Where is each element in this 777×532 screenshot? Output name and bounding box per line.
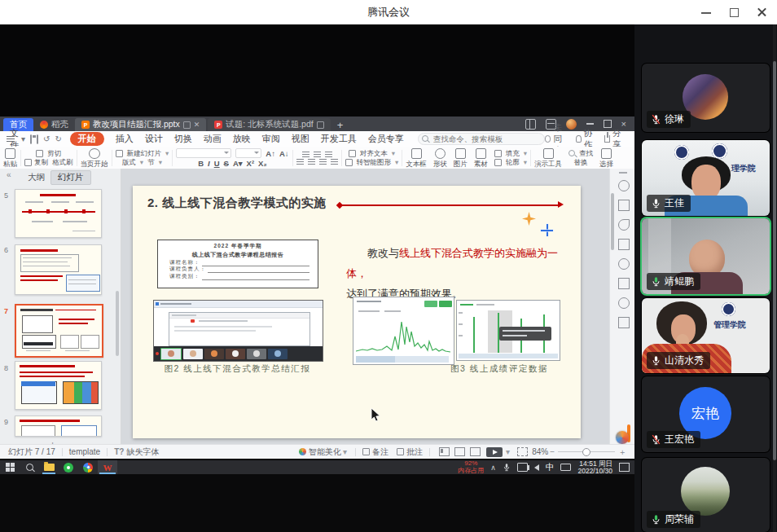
panel-star-icon[interactable] (618, 219, 630, 231)
memory-usage[interactable]: 92% 内存占用 (458, 460, 484, 474)
shrink-font-button[interactable]: A↓ (279, 150, 289, 157)
assistant-avatar-icon[interactable] (616, 431, 629, 444)
ribbon-tab-insert[interactable]: 插入 (116, 133, 134, 145)
grow-font-button[interactable]: A↑ (266, 150, 275, 157)
tray-expand-icon[interactable]: ∧ (490, 464, 496, 472)
panel-scrollbar[interactable] (116, 291, 119, 356)
minimize-button[interactable] (700, 7, 712, 18)
meeting-screenshot-image[interactable] (153, 300, 323, 362)
participant-tile-active-speaker[interactable]: 靖鲲鹏 (642, 218, 770, 294)
number-list-icon[interactable] (314, 152, 321, 157)
present-tools-button[interactable]: 演示工具 (531, 148, 565, 168)
indent-icon[interactable] (325, 152, 332, 157)
beautify-button[interactable]: 智能美化 (309, 446, 341, 458)
ime-indicator[interactable]: 中 (546, 462, 555, 473)
align-left-icon[interactable] (296, 159, 304, 165)
align-text-button[interactable]: 对齐文本▾ (349, 150, 395, 157)
layout-button[interactable]: 版式 (122, 159, 136, 166)
font-size-select[interactable] (235, 148, 261, 158)
ribbon-tab-slideshow[interactable]: 放映 (233, 133, 251, 145)
green-app-button[interactable] (59, 460, 78, 474)
align-right-icon[interactable] (319, 159, 327, 165)
add-slide-button[interactable]: ＋ (47, 437, 58, 444)
taskbar-search-button[interactable] (20, 460, 39, 474)
undo-icon[interactable]: ↺ (43, 134, 50, 143)
format-painter-button[interactable]: 格式刷 (52, 159, 73, 166)
participant-tile[interactable]: 理学院 王佳 (642, 140, 770, 216)
tab-pdf[interactable]: P 试题: 北标系统试题.pdf (208, 118, 330, 131)
bold-button[interactable]: B (198, 160, 204, 167)
tab-document-active[interactable]: P 教改项目结题汇报.pptx ✕ (75, 118, 206, 131)
copy-button[interactable]: 复制 (24, 159, 48, 166)
select-button[interactable]: 选择 (596, 148, 617, 168)
panel-image-icon[interactable] (618, 278, 630, 289)
font-family-select[interactable] (176, 148, 231, 158)
wps-taskbar-button[interactable]: W (98, 460, 117, 474)
participant-tile[interactable]: 管理学院 山清水秀 (642, 298, 770, 373)
slide-thumb-7-selected[interactable] (15, 304, 103, 358)
slide-sorter-view-button[interactable] (454, 447, 465, 456)
slide-canvas[interactable]: 2. 线上线下混合教学模式的实施 2022 年春季学期 线上线下混合式教学课程总… (133, 186, 581, 438)
slide-thumb-6[interactable] (15, 244, 102, 295)
textbox-button[interactable]: 文本框 (402, 148, 430, 168)
zoom-slider-knob[interactable] (582, 448, 590, 456)
participant-tile[interactable]: 宏艳 王宏艳 (642, 376, 770, 452)
slide-thumb-8[interactable] (15, 361, 102, 410)
tab-docer[interactable]: 稻壳 (33, 118, 75, 131)
italic-button[interactable]: I (208, 160, 210, 167)
missing-font-label[interactable]: 缺失字体 (126, 446, 159, 458)
ribbon-tab-transition[interactable]: 切换 (174, 133, 192, 145)
save-icon[interactable] (30, 134, 32, 144)
subscript-button[interactable]: X₂ (258, 160, 267, 167)
canvas-scrollbar[interactable] (611, 193, 614, 250)
slide-thumb-9[interactable] (15, 415, 102, 437)
section-button[interactable]: 节 (147, 159, 155, 166)
to-smartart-button[interactable]: 转智能图形▾ (345, 159, 399, 166)
start-button[interactable] (0, 460, 20, 474)
template-label[interactable]: template (69, 447, 100, 456)
picture-button[interactable]: 图片 (450, 148, 471, 168)
cut-button[interactable]: 剪切 (36, 150, 61, 157)
panel-settings-icon[interactable] (618, 180, 630, 191)
panel-clock-icon[interactable] (618, 258, 630, 270)
ribbon-tab-home[interactable]: 开始 (70, 132, 104, 146)
tray-clock[interactable]: 14:51 周日 2022/10/30 (577, 460, 612, 475)
zoom-slider[interactable] (558, 451, 615, 453)
panel-book-icon[interactable] (618, 317, 630, 328)
justify-icon[interactable] (331, 159, 338, 165)
panel-sliders-icon[interactable] (618, 200, 630, 211)
bullet-list-icon[interactable] (302, 152, 309, 157)
sidebar-scrollbar-thumb[interactable] (773, 61, 776, 460)
pin-icon[interactable] (183, 121, 191, 129)
shape-button[interactable]: 形状 (430, 148, 450, 168)
ribbon-tab-design[interactable]: 设计 (145, 133, 163, 145)
file-explorer-button[interactable] (39, 460, 59, 474)
notes-button[interactable]: 备注 (372, 446, 388, 458)
ribbon-tab-member[interactable]: 会员专享 (368, 133, 404, 145)
align-center-icon[interactable] (308, 159, 315, 165)
ribbon-tab-dev[interactable]: 开发工具 (321, 133, 357, 145)
pin-icon-2[interactable] (317, 121, 324, 129)
replace-button[interactable]: 替换 (574, 159, 588, 166)
participant-tile[interactable]: 徐琳 (642, 64, 770, 132)
notification-center-icon[interactable] (619, 463, 630, 472)
maximize-button[interactable] (728, 7, 740, 18)
zoom-in-button[interactable]: ＋ (618, 446, 626, 458)
close-button[interactable] (756, 7, 767, 18)
tab-close-icon[interactable]: ✕ (194, 121, 200, 129)
browser-button[interactable] (78, 460, 98, 474)
tray-keyboard-icon[interactable] (560, 464, 571, 471)
print-icon[interactable] (37, 134, 38, 144)
ribbon-tab-view[interactable]: 视图 (292, 133, 309, 145)
zoom-out-button[interactable]: − (550, 447, 555, 456)
redo-icon[interactable]: ↻ (55, 134, 61, 143)
panel-flower-icon[interactable] (618, 297, 630, 309)
bar-chart-image[interactable] (456, 300, 560, 361)
outline-button[interactable]: 轮廓▾ (494, 159, 527, 166)
participant-tile[interactable]: 周荣辅 (642, 458, 770, 532)
strikethrough-button[interactable]: S (224, 160, 229, 167)
split-screen-icon[interactable] (525, 119, 536, 130)
new-tab-button[interactable]: + (331, 118, 350, 131)
tray-mic-icon[interactable] (503, 463, 511, 472)
fit-window-icon[interactable] (517, 447, 528, 456)
